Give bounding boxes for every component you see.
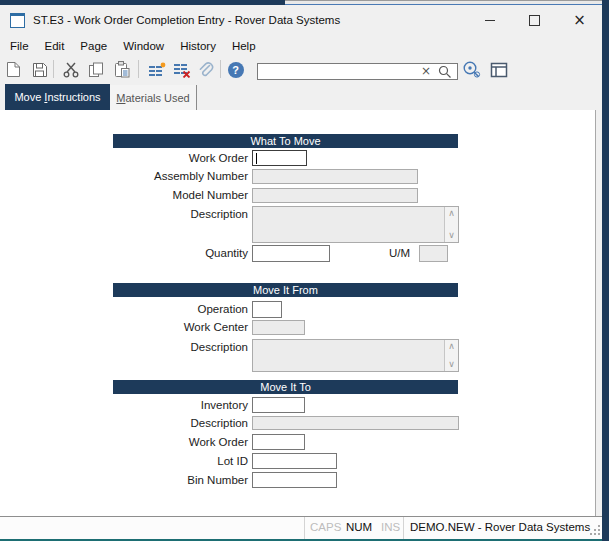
attachments-button[interactable] <box>194 58 217 81</box>
toolbar-separator <box>220 60 221 78</box>
paste-button[interactable] <box>110 58 133 81</box>
field-label-to-description: Description <box>10 416 248 430</box>
move-it-from-description-field: ∧ ∨ <box>252 339 459 372</box>
status-separator <box>304 517 305 539</box>
window-layout-button[interactable] <box>487 58 510 81</box>
menu-window[interactable]: Window <box>115 38 172 54</box>
status-bar: CAPS NUM INS DEMO.NEW - Rover Data Syste… <box>0 516 602 539</box>
search-icon[interactable] <box>438 65 452 79</box>
bin-number-input[interactable] <box>252 472 337 488</box>
scroll-down-icon[interactable]: ∨ <box>448 231 455 240</box>
lot-id-input[interactable] <box>252 453 337 469</box>
delete-line-icon <box>173 62 191 78</box>
field-label-lot-id: Lot ID <box>10 453 248 469</box>
paperclip-icon <box>197 61 215 78</box>
close-icon: × <box>573 13 586 28</box>
app-icon <box>10 13 25 28</box>
to-description-input <box>252 416 459 430</box>
app-window: ST.E3 - Work Order Completion Entry - Ro… <box>0 5 602 539</box>
cut-icon <box>63 62 79 78</box>
um-input <box>419 245 448 262</box>
copy-button[interactable] <box>84 58 107 81</box>
menu-bar: File Edit Page Window History Help <box>0 35 602 56</box>
scroll-up-icon[interactable]: ∧ <box>448 342 455 351</box>
title-bar[interactable]: ST.E3 - Work Order Completion Entry - Ro… <box>0 5 602 35</box>
form-area: What To Move Work Order Assembly Number … <box>0 110 596 516</box>
toolbar: ? × <box>0 56 602 85</box>
toolbar-separator <box>138 60 139 78</box>
field-label-inventory: Inventory <box>10 397 248 413</box>
field-label-work-order: Work Order <box>10 150 248 166</box>
menu-history[interactable]: History <box>172 38 224 54</box>
desktop-background: ST.E3 - Work Order Completion Entry - Ro… <box>0 0 609 541</box>
work-order-input[interactable] <box>252 150 307 166</box>
resize-grip[interactable] <box>590 525 601 536</box>
section-header-move-it-from: Move It From <box>113 283 458 297</box>
menu-file[interactable]: File <box>2 38 37 54</box>
paste-icon <box>114 61 130 78</box>
field-label-work-center: Work Center <box>10 320 248 335</box>
minimize-icon <box>485 20 495 21</box>
search-box: × <box>257 63 458 80</box>
section-header-move-it-to: Move It To <box>113 380 458 394</box>
new-document-icon <box>6 61 21 78</box>
close-button[interactable]: × <box>557 5 602 35</box>
menu-page[interactable]: Page <box>72 38 115 54</box>
record-lookup-button[interactable] <box>460 58 483 81</box>
window-title: ST.E3 - Work Order Completion Entry - Ro… <box>33 14 340 26</box>
field-label-operation: Operation <box>10 301 248 318</box>
text-caret <box>256 153 257 164</box>
clear-search-icon[interactable]: × <box>421 64 431 79</box>
tab-label: Move Instructions <box>14 91 100 103</box>
field-label-bin-number: Bin Number <box>10 472 248 488</box>
what-to-move-description-field: ∧ ∨ <box>252 206 459 243</box>
status-message: DEMO.NEW - Rover Data Systems <box>410 517 590 538</box>
toolbar-separator <box>53 60 54 78</box>
delete-line-button[interactable] <box>170 58 193 81</box>
tab-label: Materials Used <box>116 92 189 104</box>
work-center-input <box>252 320 305 335</box>
scrollbar[interactable]: ∧ ∨ <box>444 207 458 242</box>
insert-mode-indicator: INS <box>381 517 400 538</box>
field-label-description: Description <box>10 206 248 222</box>
copy-icon <box>88 62 104 78</box>
add-line-button[interactable] <box>145 58 168 81</box>
new-button[interactable] <box>2 58 25 81</box>
status-separator <box>403 517 404 539</box>
model-number-input <box>252 188 418 203</box>
field-label-to-work-order: Work Order <box>10 434 248 450</box>
field-label-assembly-number: Assembly Number <box>10 169 248 184</box>
section-header-what-to-move: What To Move <box>113 134 458 148</box>
scrollbar[interactable]: ∧ ∨ <box>444 340 458 371</box>
to-work-order-input[interactable] <box>252 434 305 450</box>
inventory-input[interactable] <box>252 397 305 413</box>
caps-lock-indicator: CAPS <box>310 517 341 538</box>
tab-move-instructions[interactable]: Move Instructions <box>5 84 110 110</box>
tab-materials-used[interactable]: Materials Used <box>110 85 197 110</box>
cut-button[interactable] <box>59 58 82 81</box>
maximize-icon <box>529 15 540 26</box>
quantity-input[interactable] <box>252 245 330 262</box>
menu-help[interactable]: Help <box>224 38 264 54</box>
field-label-um: U/M <box>330 245 410 262</box>
save-icon <box>32 62 48 78</box>
maximize-button[interactable] <box>512 5 557 35</box>
window-layout-icon <box>490 62 508 78</box>
save-button[interactable] <box>28 58 51 81</box>
help-button[interactable]: ? <box>224 58 247 81</box>
scroll-up-icon[interactable]: ∧ <box>448 209 455 218</box>
help-icon: ? <box>228 62 244 78</box>
add-line-icon <box>148 62 166 78</box>
field-label-quantity: Quantity <box>10 245 248 262</box>
num-lock-indicator: NUM <box>346 517 372 538</box>
field-label-from-description: Description <box>10 339 248 355</box>
search-input[interactable] <box>260 64 424 79</box>
minimize-button[interactable] <box>467 5 512 35</box>
menu-edit[interactable]: Edit <box>37 38 73 54</box>
operation-input[interactable] <box>252 301 282 318</box>
record-lookup-icon <box>462 60 482 79</box>
tab-bar: Move Instructions Materials Used <box>0 84 602 110</box>
scroll-down-icon[interactable]: ∨ <box>448 360 455 369</box>
field-label-model-number: Model Number <box>10 188 248 203</box>
assembly-number-input <box>252 169 418 184</box>
